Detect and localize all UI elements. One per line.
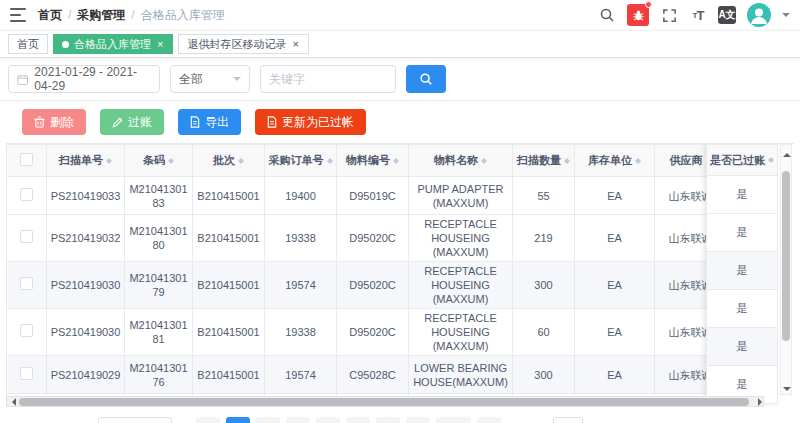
- close-icon[interactable]: ×: [291, 39, 299, 50]
- row-checkbox-cell: [7, 177, 47, 215]
- cell-mat_no: D95020C: [337, 215, 409, 262]
- sort-icon[interactable]: [393, 155, 399, 167]
- update-posted-button[interactable]: 更新为已过帐: [255, 109, 366, 135]
- tab-home[interactable]: 首页: [8, 34, 48, 54]
- sort-icon[interactable]: [168, 155, 174, 167]
- chevron-down-icon[interactable]: [782, 13, 790, 21]
- table-row[interactable]: PS210419033M2104130183B21041500119400D95…: [7, 177, 727, 215]
- sort-icon[interactable]: [327, 155, 333, 167]
- sort-icon[interactable]: [238, 155, 244, 167]
- pagination-bar: 共 12949 条 10条/页 ‹ 123456···1295 › 前往 页: [0, 407, 800, 423]
- date-range-input[interactable]: 2021-01-29 - 2021-04-29: [8, 65, 160, 93]
- row-checkbox[interactable]: [20, 324, 33, 337]
- cell-unit: EA: [575, 356, 655, 394]
- fixed-column-header: 是否已过账: [706, 144, 778, 176]
- font-size-icon[interactable]: TT: [689, 6, 707, 24]
- toolbar: 删除 过账 导出 更新为已过帐: [0, 101, 800, 143]
- sort-icon[interactable]: [564, 155, 570, 167]
- cell-po: 19400: [265, 177, 337, 215]
- cell-batch: B210415001: [193, 356, 265, 394]
- fixed-column-header-label: 是否已过账: [710, 153, 765, 168]
- sort-down-arrow: [768, 160, 774, 166]
- cell-po: 19338: [265, 215, 337, 262]
- row-checkbox[interactable]: [20, 230, 33, 243]
- page-size-select[interactable]: 10条/页: [98, 417, 172, 423]
- sort-icon[interactable]: [768, 154, 774, 166]
- cell-mat_no: C95028C: [337, 356, 409, 394]
- jump-page-input[interactable]: [553, 417, 583, 423]
- sort-icon[interactable]: [106, 155, 112, 167]
- cell-scan: PS210419033: [47, 177, 125, 215]
- scroll-right-arrow[interactable]: [758, 398, 766, 406]
- export-button[interactable]: 导出: [178, 109, 241, 135]
- row-checkbox-cell: [7, 309, 47, 356]
- data-table: 扫描单号条码批次采购订单号物料编号物料名称扫描数量库存单位供应商 PS21041…: [6, 143, 794, 407]
- header-checkbox-cell: [7, 145, 47, 177]
- page-button-6[interactable]: 6: [376, 417, 400, 423]
- row-checkbox[interactable]: [20, 277, 33, 290]
- avatar[interactable]: [747, 3, 771, 27]
- column-header-label: 扫描单号: [59, 153, 103, 168]
- scroll-left-arrow[interactable]: [8, 398, 16, 406]
- cell-po: 19338: [265, 309, 337, 356]
- scroll-down-arrow[interactable]: [783, 387, 791, 395]
- cell-mat_name: PUMP ADAPTER (MAXXUM): [409, 177, 513, 215]
- page-button-1295[interactable]: 1295: [436, 417, 471, 423]
- page-button-4[interactable]: 4: [316, 417, 340, 423]
- next-page-button[interactable]: ›: [477, 417, 501, 423]
- tab-1[interactable]: 合格品入库管理×: [53, 34, 173, 54]
- type-select[interactable]: 全部: [170, 65, 250, 93]
- table-row[interactable]: PS210419030M2104130179B21041500119574D95…: [7, 262, 727, 309]
- page-button-1[interactable]: 1: [226, 417, 250, 423]
- cell-batch: B210415001: [193, 177, 265, 215]
- search-button[interactable]: [406, 65, 446, 93]
- table-row[interactable]: PS210419030M2104130181B21041500119338D95…: [7, 309, 727, 356]
- cell-unit: EA: [575, 309, 655, 356]
- table-row[interactable]: PS210419029M2104130176B21041500119574C95…: [7, 356, 727, 394]
- vertical-scroll-thumb[interactable]: [782, 171, 790, 341]
- page-ellipsis[interactable]: ···: [406, 417, 430, 423]
- select-all-checkbox[interactable]: [20, 153, 33, 166]
- breadcrumb: 首页 / 采购管理 / 合格品入库管理: [38, 7, 225, 24]
- column-header: 物料名称: [409, 145, 513, 177]
- horizontal-scrollbar[interactable]: [6, 396, 764, 407]
- hamburger-icon[interactable]: [10, 8, 26, 22]
- delete-button-label: 删除: [50, 114, 74, 131]
- breadcrumb-home[interactable]: 首页: [38, 7, 62, 24]
- row-checkbox[interactable]: [20, 367, 33, 380]
- search-icon[interactable]: [598, 6, 616, 24]
- page-jump: 前往 页: [523, 417, 601, 423]
- prev-page-button[interactable]: ‹: [196, 417, 220, 423]
- column-header-inner: 扫描数量: [517, 153, 570, 168]
- vertical-scrollbar[interactable]: [780, 144, 792, 395]
- table-row[interactable]: PS210419032M2104130180B21041500119338D95…: [7, 215, 727, 262]
- scroll-up-arrow[interactable]: [783, 149, 791, 157]
- page-button-5[interactable]: 5: [346, 417, 370, 423]
- sort-icon[interactable]: [481, 155, 487, 167]
- sort-icon[interactable]: [635, 155, 641, 167]
- horizontal-scroll-thumb[interactable]: [19, 398, 749, 406]
- error-log-bug-icon[interactable]: [627, 4, 649, 26]
- page-button-3[interactable]: 3: [286, 417, 310, 423]
- delete-button[interactable]: 删除: [22, 109, 86, 135]
- page-button-2[interactable]: 2: [256, 417, 280, 423]
- post-button[interactable]: 过账: [100, 109, 164, 135]
- language-icon[interactable]: A文: [718, 6, 736, 24]
- fullscreen-icon[interactable]: [660, 6, 678, 24]
- row-checkbox-cell: [7, 215, 47, 262]
- posted-cell: 是: [706, 176, 778, 214]
- column-header-inner: 采购订单号: [269, 153, 333, 168]
- sort-down-arrow: [168, 161, 174, 167]
- cell-scan: PS210419029: [47, 356, 125, 394]
- row-checkbox-cell: [7, 262, 47, 309]
- row-checkbox[interactable]: [20, 188, 33, 201]
- close-icon[interactable]: ×: [156, 39, 164, 50]
- keyword-input[interactable]: 关键字: [260, 65, 396, 93]
- tags-view-bar: 首页合格品入库管理×退供封存区移动记录×: [0, 30, 800, 58]
- document-icon: [267, 116, 277, 128]
- sort-down-arrow: [635, 161, 641, 167]
- tab-2[interactable]: 退供封存区移动记录×: [178, 34, 308, 54]
- cell-unit: EA: [575, 215, 655, 262]
- breadcrumb-purchase[interactable]: 采购管理: [77, 7, 125, 24]
- date-range-value: 2021-01-29 - 2021-04-29: [34, 65, 151, 93]
